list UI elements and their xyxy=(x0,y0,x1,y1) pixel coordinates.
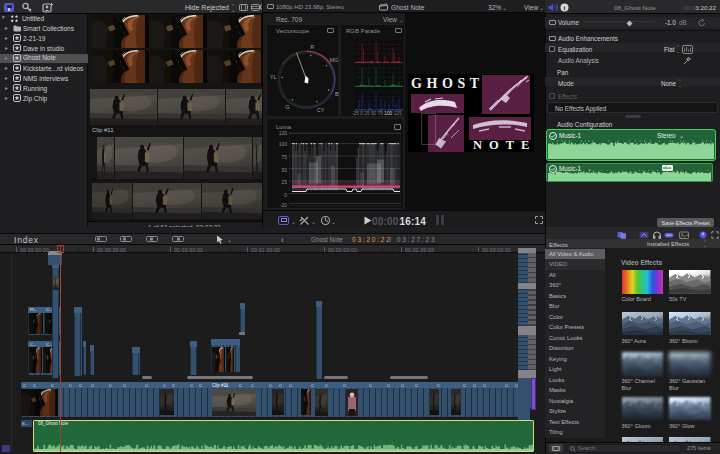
svg-text:CY: CY xyxy=(317,107,325,113)
svg-text:MG: MG xyxy=(329,57,338,63)
svg-text:B: B xyxy=(335,91,339,97)
svg-text:i: i xyxy=(564,3,566,10)
svg-text:YL: YL xyxy=(270,74,277,80)
svg-text:G: G xyxy=(285,104,289,110)
svg-text:R: R xyxy=(310,44,314,50)
